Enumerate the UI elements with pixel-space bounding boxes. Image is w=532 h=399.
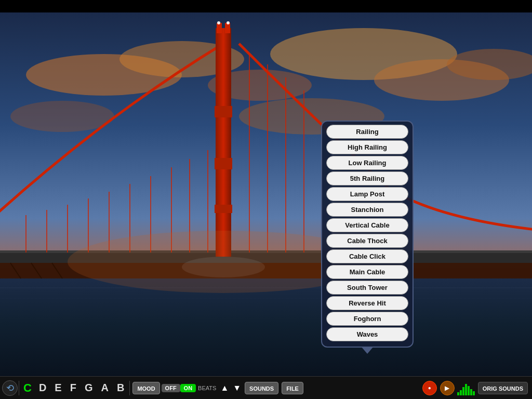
beats-label: BEATS <box>196 385 218 391</box>
note-b-button[interactable]: B <box>113 382 128 394</box>
note-f-button[interactable]: F <box>66 382 81 394</box>
menu-item-stanchion[interactable]: Stanchion <box>326 203 408 217</box>
menu-item-waves[interactable]: Waves <box>326 327 408 341</box>
note-g-button[interactable]: G <box>81 382 97 394</box>
svg-rect-32 <box>225 23 230 33</box>
mood-button[interactable]: MOOD <box>132 382 159 394</box>
menu-item-south-tower[interactable]: South Tower <box>326 281 408 295</box>
beats-up-button[interactable]: ▲ <box>218 383 231 393</box>
menu-item-high-railing[interactable]: High Railing <box>326 140 408 154</box>
svg-point-33 <box>217 21 220 24</box>
menu-item-reverse-hit[interactable]: Reverse Hit <box>326 296 408 310</box>
off-toggle[interactable]: OFF <box>162 384 180 392</box>
svg-rect-30 <box>215 205 232 213</box>
menu-item-vertical-cable[interactable]: Vertical Cable <box>326 218 408 232</box>
svg-rect-27 <box>216 28 231 257</box>
record-button[interactable]: ● <box>422 381 437 395</box>
toolbar: ⟲ C D E F G A B MOOD OFF ON BEATS ▲ ▼ SO… <box>0 376 532 399</box>
menu-item-main-cable[interactable]: Main Cable <box>326 265 408 279</box>
menu-item-foghorn[interactable]: Foghorn <box>326 312 408 326</box>
note-d-button[interactable]: D <box>35 382 50 394</box>
note-c-button[interactable]: C <box>20 377 35 399</box>
menu-item-low-railing[interactable]: Low Railing <box>326 156 408 170</box>
on-toggle[interactable]: ON <box>180 384 196 392</box>
svg-rect-28 <box>215 106 232 117</box>
orig-sounds-button[interactable]: ORIG SOUNDS <box>478 382 528 394</box>
svg-rect-29 <box>215 158 232 169</box>
menu-item-lamp-post[interactable]: Lamp Post <box>326 187 408 201</box>
menu-item-cable-click[interactable]: Cable Click <box>326 249 408 263</box>
note-e-button[interactable]: E <box>50 382 65 394</box>
beats-down-button[interactable]: ▼ <box>231 383 243 393</box>
play-button[interactable]: ▶ <box>440 381 455 395</box>
svg-point-46 <box>182 257 265 277</box>
sounds-button[interactable]: SOUNDS <box>245 382 278 394</box>
sound-menu-panel: RailingHigh RailingLow Railing5th Railin… <box>321 121 414 348</box>
menu-item-5th-railing[interactable]: 5th Railing <box>326 171 408 185</box>
svg-rect-31 <box>217 23 222 33</box>
level-meter <box>456 381 476 395</box>
menu-item-railing[interactable]: Railing <box>326 125 408 139</box>
svg-point-7 <box>10 101 114 132</box>
file-button[interactable]: FILE <box>282 382 303 394</box>
svg-point-34 <box>227 21 230 24</box>
note-a-button[interactable]: A <box>97 382 112 394</box>
menu-item-cable-thock[interactable]: Cable Thock <box>326 234 408 248</box>
back-button[interactable]: ⟲ <box>2 380 18 396</box>
